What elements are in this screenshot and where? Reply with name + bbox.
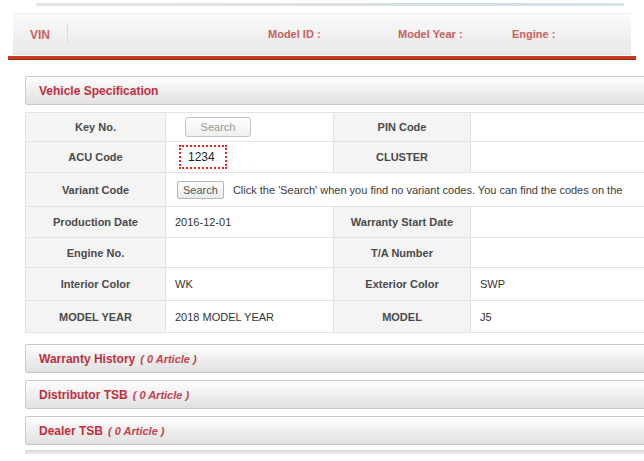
dealer-tsb-panel-header[interactable]: Dealer TSB ( 0 Article ) xyxy=(25,416,644,445)
variant-code-label: Variant Code xyxy=(26,173,166,207)
table-row: Production Date 2016-12-01 Warranty Star… xyxy=(26,207,644,238)
dealer-tsb-title: Dealer TSB xyxy=(39,424,103,438)
model-id-label: Model ID : xyxy=(268,28,321,40)
variant-code-search-button[interactable]: Search xyxy=(177,181,224,199)
top-clipped-bar xyxy=(36,3,624,6)
engine-no-label: Engine No. xyxy=(26,238,166,268)
engine-label: Engine : xyxy=(512,28,555,40)
acu-code-label: ACU Code xyxy=(26,142,166,173)
table-row: ACU Code 1234 CLUSTER xyxy=(26,142,644,173)
interior-color-value: WK xyxy=(166,268,334,301)
main-content: Vehicle Specification Key No. Search PIN… xyxy=(25,76,644,454)
vin-label: VIN xyxy=(30,28,50,42)
table-row: Engine No. T/A Number xyxy=(26,238,644,268)
acu-code-value: 1234 xyxy=(188,150,215,164)
table-row: Key No. Search PIN Code xyxy=(26,113,644,142)
model-year-row-label: MODEL YEAR xyxy=(26,301,166,333)
exterior-color-value: SWP xyxy=(471,268,644,301)
header-divider xyxy=(67,23,68,45)
acu-code-highlight: 1234 xyxy=(179,145,227,169)
warranty-history-panel-header[interactable]: Warranty History ( 0 Article ) xyxy=(25,344,644,373)
dealer-tsb-count: ( 0 Article ) xyxy=(108,425,164,437)
warranty-start-date-label: Warranty Start Date xyxy=(334,207,471,238)
key-no-label: Key No. xyxy=(26,113,166,142)
bottom-clipped-bar xyxy=(25,450,644,454)
production-date-value: 2016-12-01 xyxy=(166,207,334,238)
key-no-value-cell: Search xyxy=(166,113,334,142)
warranty-history-count: ( 0 Article ) xyxy=(140,353,196,365)
red-divider-line xyxy=(8,56,636,60)
model-year-row-value: 2018 MODEL YEAR xyxy=(166,301,334,333)
exterior-color-label: Exterior Color xyxy=(334,268,471,301)
table-row: Interior Color WK Exterior Color SWP xyxy=(26,268,644,301)
pin-code-value xyxy=(471,113,644,142)
vehicle-specification-title: Vehicle Specification xyxy=(39,84,158,98)
variant-code-note: Click the 'Search' when you find no vari… xyxy=(233,184,622,196)
ta-number-label: T/A Number xyxy=(334,238,471,268)
cluster-label: CLUSTER xyxy=(334,142,471,173)
warranty-start-date-value xyxy=(471,207,644,238)
model-value: J5 xyxy=(471,301,644,333)
model-year-label: Model Year : xyxy=(398,28,463,40)
vehicle-specification-table: Key No. Search PIN Code ACU Code 1234 CL… xyxy=(25,112,644,333)
table-row: Variant Code Search Click the 'Search' w… xyxy=(26,173,644,207)
model-label: MODEL xyxy=(334,301,471,333)
key-no-search-button[interactable]: Search xyxy=(185,117,251,137)
ta-number-value xyxy=(471,238,644,268)
table-row: MODEL YEAR 2018 MODEL YEAR MODEL J5 xyxy=(26,301,644,333)
vehicle-summary-header: VIN Model ID : Model Year : Engine : xyxy=(13,13,631,55)
variant-code-value-cell: Search Click the 'Search' when you find … xyxy=(166,173,644,207)
warranty-history-title: Warranty History xyxy=(39,352,135,366)
distributor-tsb-panel-header[interactable]: Distributor TSB ( 0 Article ) xyxy=(25,380,644,409)
page: VIN Model ID : Model Year : Engine : Veh… xyxy=(0,0,644,461)
engine-no-value xyxy=(166,238,334,268)
cluster-value xyxy=(471,142,644,173)
interior-color-label: Interior Color xyxy=(26,268,166,301)
production-date-label: Production Date xyxy=(26,207,166,238)
vehicle-specification-header: Vehicle Specification xyxy=(25,76,644,105)
distributor-tsb-count: ( 0 Article ) xyxy=(133,389,189,401)
distributor-tsb-title: Distributor TSB xyxy=(39,388,128,402)
acu-code-value-cell: 1234 xyxy=(166,142,334,173)
pin-code-label: PIN Code xyxy=(334,113,471,142)
